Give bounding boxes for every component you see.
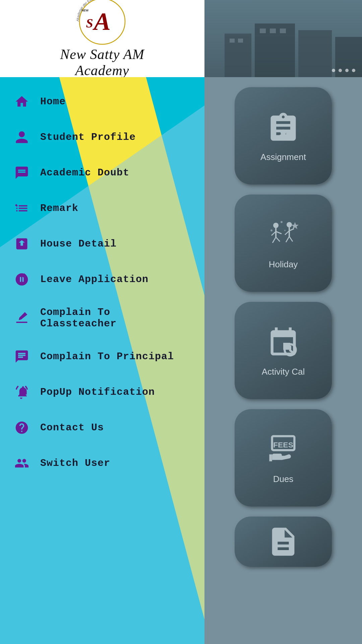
svg-marker-30 <box>291 222 299 229</box>
svg-line-21 <box>276 231 282 234</box>
svg-point-31 <box>281 221 283 223</box>
complain-icon <box>13 310 30 326</box>
right-panel: Assignment <box>204 0 362 644</box>
menu-item-home[interactable]: Home <box>0 84 204 119</box>
menu-label-house-detail: House Detail <box>40 238 117 250</box>
dot-4 <box>352 69 355 72</box>
svg-rect-14 <box>260 29 266 33</box>
menu-label-leave-application: Leave Application <box>40 274 148 285</box>
right-top-bg <box>204 0 362 77</box>
school-logo: Akademie der Exzellenz A S NEW <box>69 0 136 48</box>
menu-label-contact-us: Contact Us <box>40 422 104 433</box>
menu-item-student-profile[interactable]: Student Profile <box>0 119 204 155</box>
activity-cal-label: Activity Cal <box>262 367 305 377</box>
chat-icon <box>13 164 30 181</box>
svg-rect-13 <box>238 39 243 43</box>
bell-icon <box>13 384 30 400</box>
menu-label-popup-notification: PopUp Notification <box>40 386 155 398</box>
assignment-button[interactable]: Assignment <box>235 87 332 184</box>
logo-area: Akademie der Exzellenz A S NEW New Satty… <box>0 0 204 77</box>
person-icon <box>13 129 30 146</box>
menu-item-contact-us[interactable]: Contact Us <box>0 410 204 445</box>
dot-2 <box>339 69 342 72</box>
menu-item-popup-notification[interactable]: PopUp Notification <box>0 374 204 410</box>
calendar-icon <box>265 324 302 361</box>
svg-line-29 <box>289 236 293 241</box>
menu-item-complain-principal[interactable]: Complain To Principal <box>0 339 204 374</box>
holiday-button[interactable]: Holiday <box>235 195 332 292</box>
svg-line-28 <box>286 236 289 242</box>
house-icon <box>13 235 30 252</box>
remark-icon <box>13 200 30 217</box>
logo-wrapper: Akademie der Exzellenz A S NEW New Satty… <box>39 0 166 86</box>
holiday-label: Holiday <box>269 259 298 270</box>
menu-item-academic-doubt[interactable]: Academic Doubt <box>0 155 204 191</box>
more-button[interactable] <box>235 517 332 567</box>
menu-label-switch-user: Switch User <box>40 458 110 469</box>
dots-row <box>332 69 355 72</box>
menu-list: Home Student Profile Academic Doubt Rema… <box>0 77 204 488</box>
menu-item-complain-classteacher[interactable]: Complain To Classteacher <box>0 297 204 339</box>
menu-label-complain-principal: Complain To Principal <box>40 351 174 362</box>
svg-rect-15 <box>270 29 276 33</box>
svg-text:A: A <box>93 7 111 35</box>
contact-icon <box>13 419 30 436</box>
activity-cal-button[interactable]: Activity Cal <box>235 302 332 399</box>
switch-icon <box>13 455 30 472</box>
menu-label-complain-classteacher: Complain To Classteacher <box>40 307 191 329</box>
dues-label: Dues <box>273 474 294 484</box>
svg-text:FEES: FEES <box>273 440 293 449</box>
more-icon <box>265 523 302 560</box>
svg-line-23 <box>276 237 280 241</box>
menu-item-switch-user[interactable]: Switch User <box>0 445 204 481</box>
svg-point-18 <box>273 223 279 228</box>
dues-button[interactable]: FEES Dues <box>235 409 332 506</box>
svg-text:NEW: NEW <box>81 9 89 12</box>
menu-label-student-profile: Student Profile <box>40 131 136 143</box>
assignment-label: Assignment <box>260 152 306 162</box>
svg-text:S: S <box>86 16 93 30</box>
svg-line-22 <box>273 237 276 243</box>
svg-point-24 <box>287 222 292 227</box>
complain2-icon <box>13 348 30 365</box>
svg-rect-10 <box>298 30 332 77</box>
leave-icon <box>13 271 30 288</box>
assignment-icon <box>265 110 302 147</box>
dot-3 <box>345 69 349 72</box>
school-name: New Satty AM Academy <box>39 46 166 78</box>
menu-item-remark[interactable]: Remark <box>0 191 204 226</box>
grid-area: Assignment <box>204 77 362 644</box>
dues-icon: FEES <box>265 432 302 469</box>
menu-label-academic-doubt: Academic Doubt <box>40 167 129 178</box>
dot-1 <box>332 69 335 72</box>
home-icon <box>13 93 30 110</box>
bg-image <box>204 0 362 77</box>
holiday-icon <box>265 217 302 254</box>
left-panel: Akademie der Exzellenz A S NEW New Satty… <box>0 0 204 644</box>
menu-label-remark: Remark <box>40 203 78 214</box>
svg-point-32 <box>284 230 286 231</box>
menu-item-leave-application[interactable]: Leave Application <box>0 262 204 297</box>
svg-point-33 <box>270 229 273 231</box>
svg-line-27 <box>289 229 294 231</box>
svg-rect-16 <box>280 29 286 33</box>
svg-rect-12 <box>230 39 235 43</box>
menu-label-home: Home <box>40 96 66 107</box>
menu-item-house-detail[interactable]: House Detail <box>0 226 204 262</box>
